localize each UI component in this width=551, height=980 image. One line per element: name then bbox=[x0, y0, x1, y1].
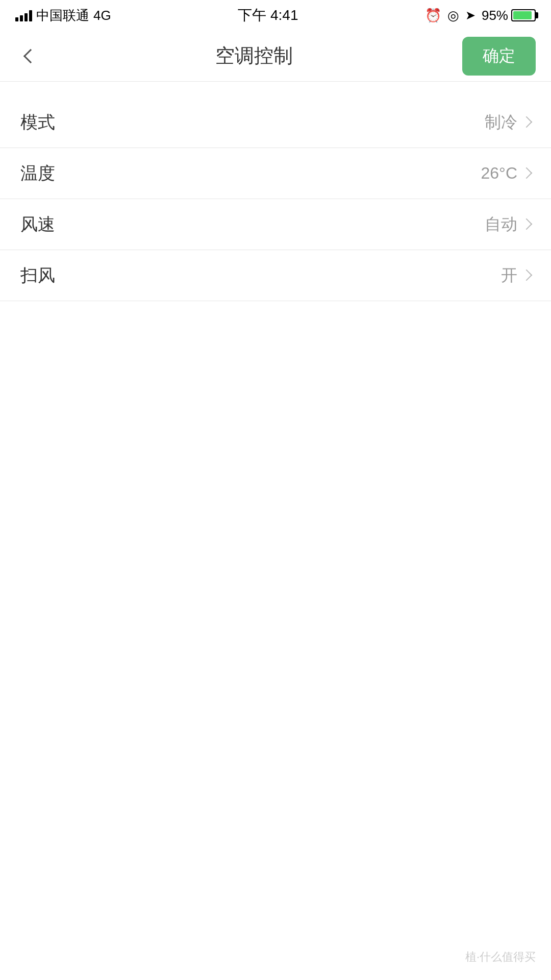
sweep-chevron-icon bbox=[521, 269, 533, 281]
status-carrier: 中国联通 4G bbox=[15, 7, 111, 24]
battery-label: 95% bbox=[482, 8, 508, 23]
wind-speed-row[interactable]: 风速 自动 bbox=[0, 199, 551, 250]
mode-row[interactable]: 模式 制冷 bbox=[0, 97, 551, 148]
sweep-label: 扫风 bbox=[20, 264, 55, 287]
back-icon bbox=[23, 48, 38, 63]
status-right: ⏰ ◎ ➤ 95% bbox=[425, 8, 536, 23]
mode-chevron-icon bbox=[521, 116, 533, 128]
battery-fill bbox=[513, 11, 532, 19]
alarm-icon: ⏰ bbox=[425, 8, 441, 23]
location-icon: ◎ bbox=[447, 8, 459, 23]
page-title: 空调控制 bbox=[215, 43, 293, 69]
temperature-row[interactable]: 温度 26°C bbox=[0, 148, 551, 199]
battery-container: 95% bbox=[482, 8, 536, 23]
mode-value-group: 制冷 bbox=[485, 111, 531, 134]
temperature-value-group: 26°C bbox=[481, 164, 531, 183]
settings-list: 模式 制冷 温度 26°C 风速 自动 扫风 开 bbox=[0, 82, 551, 316]
nav-bar: 空调控制 确定 bbox=[0, 31, 551, 82]
mode-value: 制冷 bbox=[485, 111, 517, 134]
mode-label: 模式 bbox=[20, 111, 55, 134]
temperature-label: 温度 bbox=[20, 162, 55, 185]
temperature-chevron-icon bbox=[521, 167, 533, 179]
wind-speed-value-group: 自动 bbox=[485, 213, 531, 236]
sweep-value-group: 开 bbox=[501, 264, 531, 287]
status-bar: 中国联通 4G 下午 4:41 ⏰ ◎ ➤ 95% bbox=[0, 0, 551, 31]
carrier-label: 中国联通 bbox=[36, 7, 89, 24]
network-label: 4G bbox=[93, 8, 111, 23]
back-button[interactable] bbox=[15, 41, 46, 71]
temperature-value: 26°C bbox=[481, 164, 518, 183]
battery-icon bbox=[511, 9, 536, 21]
signal-icon bbox=[15, 9, 32, 21]
sweep-value: 开 bbox=[501, 264, 517, 287]
wind-speed-label: 风速 bbox=[20, 213, 55, 236]
wind-speed-value: 自动 bbox=[485, 213, 517, 236]
status-time: 下午 4:41 bbox=[238, 6, 298, 25]
sweep-row[interactable]: 扫风 开 bbox=[0, 250, 551, 301]
watermark: 植·什么值得买 bbox=[465, 949, 536, 965]
confirm-button[interactable]: 确定 bbox=[462, 37, 536, 76]
navigation-icon: ➤ bbox=[465, 8, 475, 22]
wind-speed-chevron-icon bbox=[521, 218, 533, 230]
